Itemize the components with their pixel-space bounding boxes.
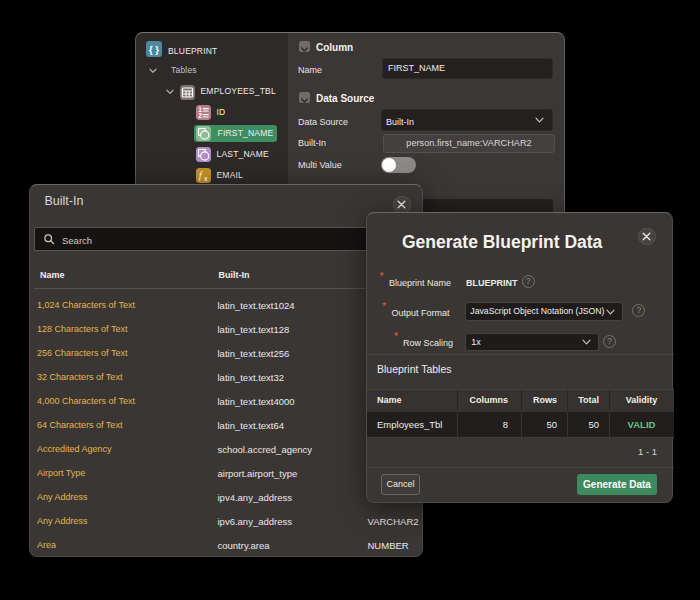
svg-text:2: 2 [198, 112, 202, 119]
svg-text:{ }: { } [149, 44, 159, 55]
svg-text:x: x [204, 174, 208, 181]
